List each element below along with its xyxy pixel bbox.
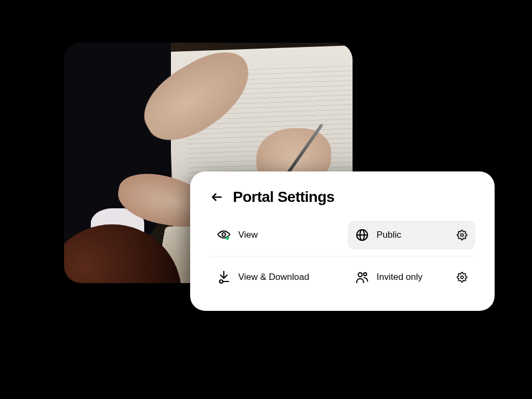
option-settings-button[interactable] <box>456 229 468 241</box>
arrow-left-icon <box>210 191 223 204</box>
row-separator <box>209 256 475 256</box>
portal-settings-card: Portal Settings View Publ <box>190 171 495 311</box>
svg-point-2 <box>226 237 229 240</box>
settings-options-grid: View Public <box>209 221 475 292</box>
svg-point-1 <box>222 233 226 237</box>
svg-point-10 <box>364 273 367 276</box>
gear-icon <box>457 230 467 240</box>
option-invited-only[interactable]: Invited only <box>348 263 475 292</box>
svg-point-11 <box>461 276 464 279</box>
option-view[interactable]: View <box>209 221 337 249</box>
settings-header: Portal Settings <box>209 189 475 206</box>
download-icon <box>217 270 231 284</box>
option-label: View <box>238 230 330 240</box>
option-public[interactable]: Public <box>348 221 475 249</box>
settings-title: Portal Settings <box>233 189 334 206</box>
option-label: Public <box>377 230 449 240</box>
svg-point-6 <box>461 234 464 237</box>
option-view-download[interactable]: View & Download <box>209 263 337 292</box>
eye-dot-icon <box>217 228 231 242</box>
option-label: View & Download <box>238 272 330 283</box>
gear-icon <box>457 272 467 283</box>
back-button[interactable] <box>209 190 224 205</box>
option-label: Invited only <box>377 272 449 283</box>
users-icon <box>355 270 369 284</box>
globe-icon <box>355 228 369 242</box>
svg-point-9 <box>358 273 362 277</box>
option-settings-button[interactable] <box>456 271 468 283</box>
